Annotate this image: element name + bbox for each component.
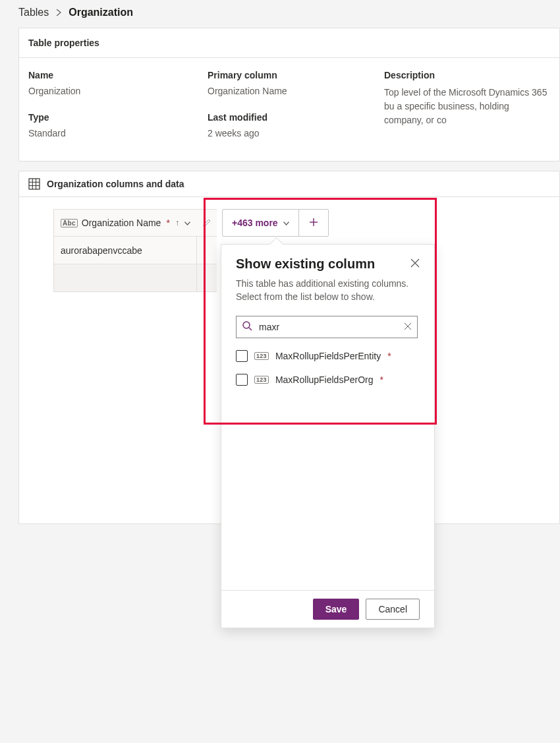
prop-primary-label: Primary column: [208, 70, 384, 80]
required-asterisk: *: [380, 374, 383, 385]
more-columns-label: +463 more: [232, 218, 278, 228]
required-asterisk: *: [387, 351, 391, 361]
option-label: MaxRollupFieldsPerOrg: [275, 374, 374, 385]
column-option[interactable]: 123 MaxRollupFieldsPerEntity *: [236, 350, 420, 362]
prop-name-label: Name: [28, 70, 208, 80]
prop-description-label: Description: [384, 70, 550, 80]
prop-type-value: Standard: [28, 128, 208, 138]
add-column-button[interactable]: [299, 210, 328, 236]
prop-modified-value: 2 weeks ago: [208, 128, 384, 138]
table-cell-empty[interactable]: [53, 264, 197, 292]
prop-primary-value: Organization Name: [208, 86, 384, 96]
text-type-icon: Abc: [61, 219, 78, 227]
prop-type-label: Type: [28, 112, 208, 123]
close-icon[interactable]: [410, 258, 420, 270]
cell-gap: [197, 264, 217, 292]
prop-modified-label: Last modified: [208, 112, 384, 123]
popover-subtitle: This table has additional existing colum…: [236, 277, 420, 304]
chevron-down-icon: [283, 220, 289, 227]
checkbox[interactable]: [236, 350, 248, 362]
column-option[interactable]: 123 MaxRollupFieldsPerOrg *: [236, 374, 420, 386]
cell-value: aurorabapenvccabe: [61, 245, 142, 256]
column-header-organization-name[interactable]: Abc Organization Name * ↑: [53, 209, 197, 237]
columns-card-title: Organization columns and data: [47, 179, 184, 189]
edit-column-icon[interactable]: [197, 209, 217, 237]
svg-point-9: [243, 322, 250, 328]
breadcrumb-current: Organization: [69, 7, 133, 18]
chevron-down-icon: [184, 220, 190, 227]
cancel-button[interactable]: Cancel: [366, 599, 420, 620]
chevron-right-icon: [55, 7, 62, 18]
search-input[interactable]: [258, 321, 399, 333]
number-type-icon: 123: [254, 352, 269, 360]
save-button[interactable]: Save: [313, 599, 360, 620]
popover-title: Show existing column: [236, 256, 375, 272]
table-grid-icon: [28, 178, 40, 190]
checkbox[interactable]: [236, 374, 248, 386]
breadcrumb: Tables Organization: [18, 7, 560, 18]
option-label: MaxRollupFieldsPerEntity: [275, 351, 381, 361]
svg-line-10: [249, 328, 252, 330]
svg-rect-0: [29, 179, 40, 189]
required-asterisk: *: [166, 218, 169, 228]
clear-search-icon[interactable]: [404, 322, 412, 332]
show-existing-column-popover: Show existing column This table has addi…: [221, 244, 435, 628]
table-properties-card: Table properties Name Organization Type …: [18, 28, 560, 162]
cell-gap: [197, 237, 217, 264]
search-icon: [242, 320, 252, 333]
table-properties-title: Table properties: [19, 28, 559, 58]
column-header-label: Organization Name: [82, 218, 161, 228]
number-type-icon: 123: [254, 376, 269, 384]
prop-name-value: Organization: [28, 86, 208, 96]
columns-data-card: Organization columns and data Abc Organi…: [18, 171, 560, 524]
breadcrumb-parent[interactable]: Tables: [18, 7, 49, 18]
table-cell[interactable]: aurorabapenvccabe: [53, 237, 197, 264]
prop-description-value: Top level of the Microsoft Dynamics 365 …: [384, 86, 550, 127]
sort-asc-icon: ↑: [175, 218, 179, 227]
more-columns-button[interactable]: +463 more: [223, 210, 299, 236]
plus-icon: [309, 216, 318, 230]
search-field-wrap: [236, 316, 418, 338]
